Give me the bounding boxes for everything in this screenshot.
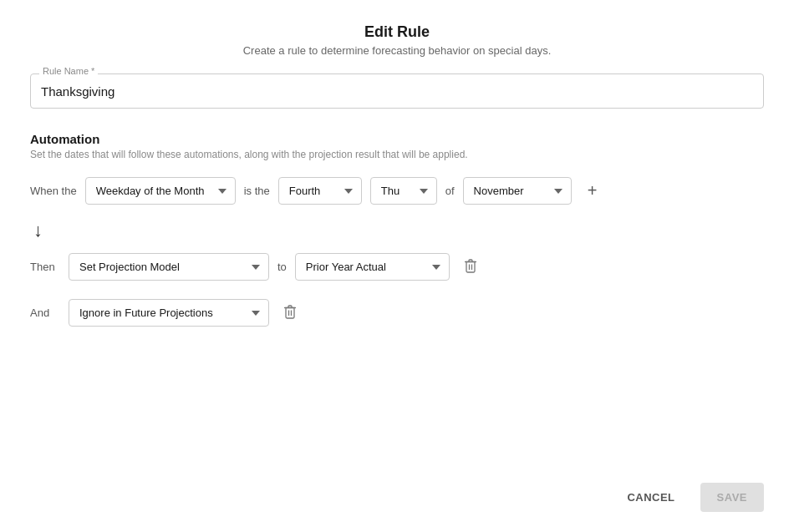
ignore-dropdown[interactable]: Ignore in Future Projections Include in … (69, 299, 269, 327)
automation-title: Automation (30, 132, 764, 146)
month-dropdown[interactable]: January February March April May June Ju… (463, 177, 572, 205)
then-label: Then (30, 261, 60, 273)
header: Edit Rule Create a rule to determine for… (30, 23, 764, 57)
is-the-label: is the (244, 185, 270, 197)
save-button[interactable]: SAVE (700, 483, 764, 512)
footer: CANCEL SAVE (615, 483, 764, 512)
page-container: Edit Rule Create a rule to determine for… (0, 0, 794, 532)
trash-icon-2 (283, 304, 297, 322)
delete-then-button[interactable] (458, 255, 483, 280)
condition-row: When the Weekday of the Month Day of the… (30, 177, 764, 205)
rule-name-section: Rule Name * (30, 73, 764, 109)
page-subtitle: Create a rule to determine forecasting b… (30, 44, 764, 57)
prior-year-dropdown[interactable]: Prior Year Actual Moving Average Linear … (295, 253, 450, 281)
projection-dropdown[interactable]: Set Projection Model Override Value Use … (69, 253, 269, 281)
weekday-dropdown[interactable]: Weekday of the Month Day of the Month Sp… (85, 177, 236, 205)
arrow-down-container: ↓ (33, 220, 764, 241)
add-condition-button[interactable]: + (580, 179, 605, 204)
automation-section: Automation Set the dates that will follo… (30, 132, 764, 327)
cancel-button[interactable]: CANCEL (615, 483, 686, 512)
trash-icon (464, 258, 477, 276)
rule-name-input[interactable] (41, 81, 753, 99)
of-label: of (445, 185, 455, 197)
rule-name-label: Rule Name * (39, 66, 98, 76)
ordinal-dropdown[interactable]: First Second Third Fourth Last (278, 177, 362, 205)
automation-desc: Set the dates that will follow these aut… (30, 149, 764, 160)
day-dropdown[interactable]: Mon Tue Wed Thu Fri Sat Sun (370, 177, 437, 205)
and-label: And (30, 307, 60, 319)
page-title: Edit Rule (30, 23, 764, 41)
to-label: to (277, 261, 287, 273)
delete-and-button[interactable] (277, 301, 303, 326)
when-the-label: When the (30, 185, 77, 197)
and-row: And Ignore in Future Projections Include… (30, 299, 764, 327)
arrow-down-icon: ↓ (33, 220, 43, 241)
then-row: Then Set Projection Model Override Value… (30, 253, 764, 281)
